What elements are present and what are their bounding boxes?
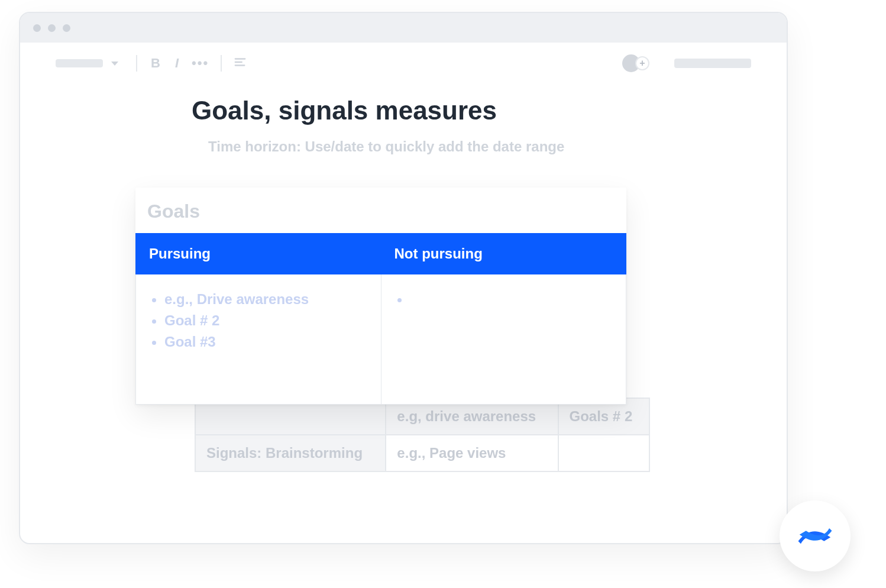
align-left-icon[interactable]: [234, 56, 247, 71]
table-header-row: Pursuing Not pursuing: [136, 234, 626, 274]
browser-window: B I ••• + Goals, signals measures Time h…: [19, 12, 788, 544]
goals-table[interactable]: Pursuing Not pursuing e.g., Drive awaren…: [135, 233, 626, 405]
time-horizon-hint[interactable]: Time horizon: Use/date to quickly add th…: [208, 138, 787, 155]
chevron-down-icon[interactable]: [111, 62, 118, 66]
confluence-icon: [794, 515, 836, 557]
not-pursuing-cell[interactable]: [381, 274, 626, 405]
not-pursuing-header[interactable]: Not pursuing: [381, 234, 626, 274]
editor-toolbar: B I ••• +: [20, 43, 787, 84]
italic-button[interactable]: I: [170, 56, 183, 71]
more-formatting-button[interactable]: •••: [192, 56, 209, 71]
signals-measures-table[interactable]: e.g, drive awareness Goals # 2 Signals: …: [195, 398, 650, 472]
pursuing-header[interactable]: Pursuing: [136, 234, 381, 274]
list-item[interactable]: [410, 289, 611, 310]
presence-avatars: +: [622, 54, 649, 72]
list-item[interactable]: Goal #3: [164, 331, 366, 353]
confluence-logo-badge: [780, 500, 851, 571]
table-cell[interactable]: [558, 435, 650, 471]
window-control-minimize[interactable]: [48, 24, 56, 32]
add-collaborator-button[interactable]: +: [635, 56, 649, 70]
toolbar-divider: [136, 55, 137, 72]
goals-card-title[interactable]: Goals: [135, 188, 626, 233]
window-titlebar: [20, 13, 787, 43]
list-item[interactable]: e.g., Drive awareness: [164, 289, 366, 310]
row-label-cell[interactable]: Signals: Brainstorming: [195, 435, 386, 471]
goals-card: Goals Pursuing Not pursuing e.g., Drive …: [135, 188, 626, 405]
share-button[interactable]: [674, 59, 751, 68]
table-cell[interactable]: e.g., Page views: [386, 435, 558, 471]
toolbar-divider: [221, 55, 222, 72]
table-row: e.g., Drive awareness Goal # 2 Goal #3: [136, 274, 626, 405]
pursuing-list: e.g., Drive awareness Goal # 2 Goal #3: [151, 289, 366, 353]
table-row: Signals: Brainstorming e.g., Page views: [195, 435, 649, 471]
pursuing-cell[interactable]: e.g., Drive awareness Goal # 2 Goal #3: [136, 274, 381, 405]
not-pursuing-list: [397, 289, 611, 310]
text-style-dropdown[interactable]: [56, 59, 103, 67]
window-control-close[interactable]: [33, 24, 41, 32]
list-item[interactable]: Goal # 2: [164, 310, 366, 331]
page-title[interactable]: Goals, signals measures: [192, 96, 787, 125]
bold-button[interactable]: B: [149, 56, 162, 71]
window-control-maximize[interactable]: [63, 24, 70, 32]
